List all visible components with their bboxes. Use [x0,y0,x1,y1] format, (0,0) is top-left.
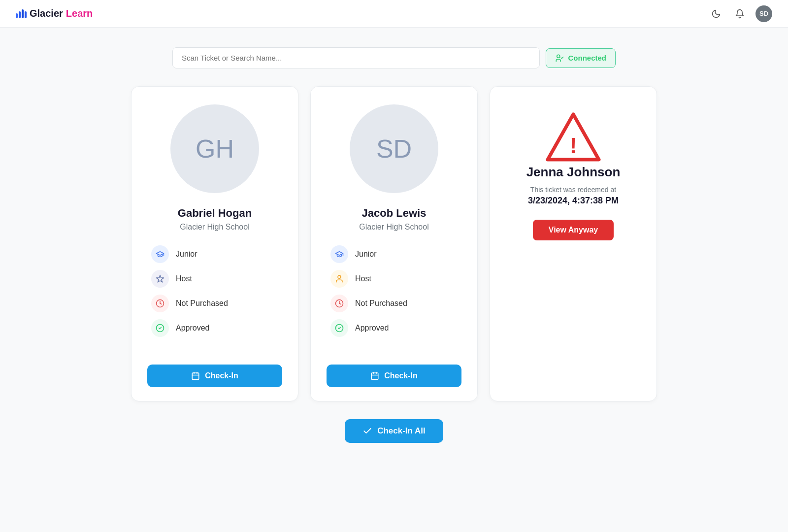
search-row: Connected [172,47,616,68]
avatar-initials-gabriel: GH [196,134,234,164]
student-card-gabriel: GH Gabriel Hogan Glacier High School Jun… [131,86,298,401]
search-input[interactable] [172,47,540,68]
tags-jacob: Junior Host Not Purchased [327,245,461,337]
view-anyway-button[interactable]: View Anyway [533,220,614,240]
notifications-button[interactable] [732,6,748,22]
tag-icon-notpurchased-jacob [330,295,348,312]
checkin-all-icon [362,426,372,436]
tag-label-notpurchased-jacob: Not Purchased [355,299,407,308]
checkin-button-jacob[interactable]: Check-In [327,365,461,387]
warning-redeemed-time: 3/23/2024, 4:37:38 PM [528,196,619,206]
name-jacob: Jacob Lewis [362,207,427,220]
svg-rect-10 [371,373,378,380]
avatar-initials-jacob: SD [376,134,412,164]
warning-sub-text: This ticket was redeemed at [530,186,616,194]
tag-icon-host-jacob [330,270,348,288]
checkin-button-gabriel[interactable]: Check-In [147,365,282,387]
checkin-icon-gabriel [191,371,200,380]
checkin-label-gabriel: Check-In [205,371,238,380]
avatar-gabriel: GH [170,104,259,193]
tag-host-jacob: Host [330,270,458,288]
tag-approved-jacob: Approved [330,319,458,337]
tag-junior-jacob: Junior [330,245,458,263]
tag-label-junior-jacob: Junior [355,250,377,259]
user-avatar[interactable]: SD [755,5,772,22]
tag-icon-notpurchased-gabriel [151,295,169,312]
app-logo: GlacierLearn [16,8,93,19]
tag-approved-gabriel: Approved [151,319,278,337]
tag-icon-host-gabriel [151,270,169,288]
school-jacob: Glacier High School [359,223,428,232]
avatar-jacob: SD [350,104,438,193]
svg-point-7 [338,275,341,278]
tags-gabriel: Junior Host Not Purchased [147,245,282,337]
school-gabriel: Glacier High School [180,223,249,232]
tag-label-notpurchased-gabriel: Not Purchased [176,299,228,308]
search-input-wrapper [172,47,540,68]
tag-icon-junior-jacob [330,245,348,263]
svg-rect-3 [192,373,199,380]
logo-bars-icon [16,9,27,18]
main-content: Connected GH Gabriel Hogan Glacier High … [0,28,788,463]
tag-label-junior-gabriel: Junior [176,250,197,259]
tag-icon-approved-gabriel [151,319,169,337]
tag-notpurchased-gabriel: Not Purchased [151,295,278,312]
connected-button[interactable]: Connected [546,48,616,68]
name-gabriel: Gabriel Hogan [178,207,252,220]
app-header: GlacierLearn SD [0,0,788,28]
tag-icon-approved-jacob [330,319,348,337]
checkin-all-label: Check-In All [377,426,426,436]
checkin-label-jacob: Check-In [384,371,418,380]
student-card-jenna: ! Jenna Johnson This ticket was redeemed… [490,86,657,401]
svg-text:!: ! [570,133,577,158]
dark-mode-button[interactable] [708,6,724,22]
svg-point-0 [557,55,560,58]
tag-label-approved-gabriel: Approved [176,324,210,332]
student-card-jacob: SD Jacob Lewis Glacier High School Junio… [310,86,478,401]
tag-label-host-jacob: Host [355,274,371,283]
cards-row: GH Gabriel Hogan Glacier High School Jun… [98,86,690,401]
tag-notpurchased-jacob: Not Purchased [330,295,458,312]
name-jenna: Jenna Johnson [526,165,621,180]
logo-learn-text: Learn [66,8,93,19]
connected-label: Connected [568,54,606,62]
checkin-icon-jacob [370,371,379,380]
tag-icon-junior-gabriel [151,245,169,263]
tag-label-host-gabriel: Host [176,274,192,283]
tag-label-approved-jacob: Approved [355,324,389,332]
logo-glacier-text: Glacier [30,8,63,19]
header-actions: SD [708,5,772,22]
connected-icon [555,54,564,63]
tag-junior-gabriel: Junior [151,245,278,263]
tag-host-gabriel: Host [151,270,278,288]
warning-triangle-icon: ! [544,110,603,165]
checkin-all-button[interactable]: Check-In All [345,419,443,443]
